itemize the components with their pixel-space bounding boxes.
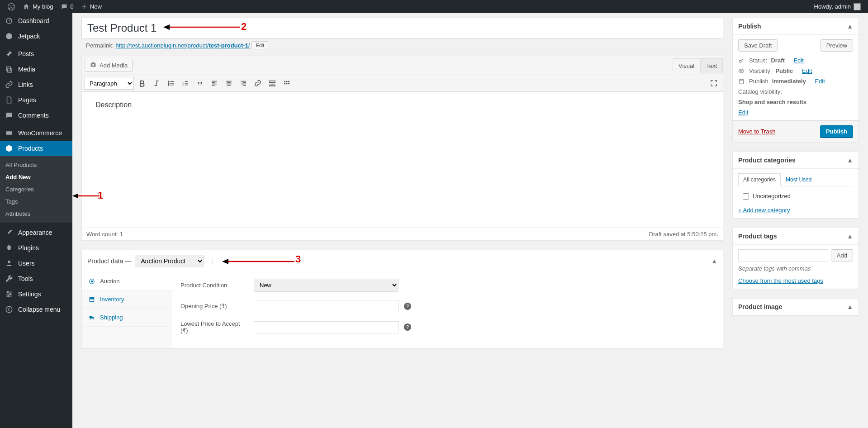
user-greeting[interactable]: Howdy, admin <box>811 0 864 13</box>
submenu-add-new[interactable]: Add New <box>0 171 72 183</box>
product-data-box: Product data — Auction Product | 3 ▲ Auc… <box>81 250 723 349</box>
permalink-edit-button[interactable]: Edit <box>251 41 268 49</box>
submenu-categories[interactable]: Categories <box>0 183 72 195</box>
wordpress-icon <box>7 3 15 11</box>
categories-toggle[interactable]: ▲ <box>847 157 853 164</box>
calendar-icon <box>738 78 745 85</box>
edit-catalog-link[interactable]: Edit <box>738 109 748 116</box>
sidebar-item-pages[interactable]: Pages <box>0 92 72 108</box>
permalink-link[interactable]: http://test.auctionplugin.net/product/te… <box>115 42 250 49</box>
publish-button[interactable]: Publish <box>820 125 853 138</box>
sidebar-item-media[interactable]: Media <box>0 62 72 77</box>
add-tag-button[interactable]: Add <box>831 249 853 262</box>
comments-icon <box>5 111 14 119</box>
format-select[interactable]: Paragraph <box>85 77 134 90</box>
sidebar-item-comments[interactable]: Comments <box>0 108 72 123</box>
help-icon[interactable]: ? <box>404 303 411 310</box>
italic-button[interactable] <box>150 77 163 90</box>
sidebar-item-woocommerce[interactable]: WooCommerce <box>0 125 72 141</box>
fullscreen-button[interactable] <box>707 77 720 90</box>
read-more-button[interactable] <box>266 77 279 90</box>
svg-point-2 <box>6 33 12 39</box>
category-item[interactable]: Uncategorized <box>738 191 853 201</box>
sidebar-item-tools[interactable]: Tools <box>0 271 72 286</box>
media-icon <box>5 65 14 73</box>
sidebar-item-appearance[interactable]: Appearance <box>0 225 72 240</box>
svg-rect-26 <box>286 83 288 84</box>
align-right-button[interactable] <box>237 77 250 90</box>
pd-tab-auction[interactable]: Auction <box>82 272 172 290</box>
opening-price-input[interactable] <box>254 300 398 312</box>
editor-tab-text[interactable]: Text <box>700 58 723 73</box>
title-input[interactable] <box>82 18 723 38</box>
publish-toggle[interactable]: ▲ <box>847 23 853 30</box>
eye-icon <box>738 68 745 74</box>
help-icon[interactable]: ? <box>404 323 411 331</box>
add-media-button[interactable]: Add Media <box>85 59 133 72</box>
wp-logo[interactable] <box>4 0 19 13</box>
blockquote-button[interactable] <box>194 77 206 90</box>
sidebar-item-posts[interactable]: Posts <box>0 46 72 62</box>
edit-publish-date-link[interactable]: Edit <box>815 78 825 85</box>
pd-tab-inventory[interactable]: Inventory <box>82 290 172 309</box>
comments-link[interactable]: 0 <box>57 0 77 13</box>
choose-tags-link[interactable]: Choose from the most used tags <box>738 277 823 284</box>
sidebar-item-dashboard[interactable]: Dashboard <box>0 13 72 29</box>
pd-tab-shipping[interactable]: Shipping <box>82 309 172 327</box>
editor-tab-visual[interactable]: Visual <box>673 58 700 73</box>
toolbar-toggle-button[interactable] <box>280 77 293 90</box>
svg-point-33 <box>93 318 94 319</box>
cat-tab-most[interactable]: Most Used <box>781 173 816 186</box>
cat-tab-all[interactable]: All categories <box>738 173 781 186</box>
sidebar-item-links[interactable]: Links <box>0 77 72 92</box>
trash-link[interactable]: Move to Trash <box>738 128 775 135</box>
svg-point-8 <box>6 306 12 313</box>
align-center-button[interactable] <box>223 77 235 90</box>
annotation-3: 3 <box>222 255 299 267</box>
edit-visibility-link[interactable]: Edit <box>802 67 812 74</box>
editor-content-area[interactable]: Description <box>82 92 723 228</box>
sidebar-item-plugins[interactable]: Plugins <box>0 240 72 256</box>
svg-point-15 <box>168 83 169 84</box>
product-data-toggle[interactable]: ▲ <box>711 257 717 265</box>
woocommerce-icon <box>5 129 14 137</box>
bold-button[interactable] <box>136 77 148 90</box>
tag-input[interactable] <box>738 249 828 262</box>
sidebar-item-jetpack[interactable]: Jetpack <box>0 29 72 44</box>
tags-toggle[interactable]: ▲ <box>847 233 853 240</box>
category-checkbox[interactable] <box>743 193 749 200</box>
site-name: My blog <box>33 3 53 10</box>
site-name-link[interactable]: My blog <box>19 0 57 13</box>
svg-marker-29 <box>222 259 228 264</box>
product-type-select[interactable]: Auction Product <box>135 255 204 267</box>
submenu-all-products[interactable]: All Products <box>0 159 72 171</box>
svg-rect-21 <box>270 85 275 86</box>
lowest-price-input[interactable] <box>254 321 398 333</box>
align-left-button[interactable] <box>208 77 221 90</box>
preview-button[interactable]: Preview <box>821 39 853 52</box>
sidebar-item-products[interactable]: Products <box>0 141 72 156</box>
condition-select[interactable]: New <box>254 279 398 292</box>
add-category-link[interactable]: + Add new category <box>738 207 790 214</box>
insert-link-button[interactable] <box>251 77 264 90</box>
comment-icon <box>61 3 68 10</box>
svg-point-32 <box>90 318 91 319</box>
plug-icon <box>5 244 14 252</box>
submenu-tags[interactable]: Tags <box>0 195 72 208</box>
bullet-list-button[interactable] <box>165 77 177 90</box>
submenu-attributes[interactable]: Attributes <box>0 208 72 220</box>
image-toggle[interactable]: ▲ <box>847 303 853 310</box>
sidebar-collapse[interactable]: Collapse menu <box>0 302 72 317</box>
numbered-list-button[interactable]: 123 <box>179 77 192 90</box>
camera-icon <box>90 61 97 70</box>
brush-icon <box>5 228 14 237</box>
edit-status-link[interactable]: Edit <box>793 57 803 64</box>
sidebar-item-settings[interactable]: Settings <box>0 286 72 302</box>
new-content-link[interactable]: New <box>77 0 105 13</box>
truck-icon <box>88 314 95 321</box>
dashboard-icon <box>5 17 14 25</box>
sidebar-item-users[interactable]: Users <box>0 256 72 271</box>
tags-hint: Separate tags with commas <box>738 265 853 272</box>
tags-box: Product tags▲ Add Separate tags with com… <box>732 228 859 289</box>
save-draft-button[interactable]: Save Draft <box>738 39 778 52</box>
